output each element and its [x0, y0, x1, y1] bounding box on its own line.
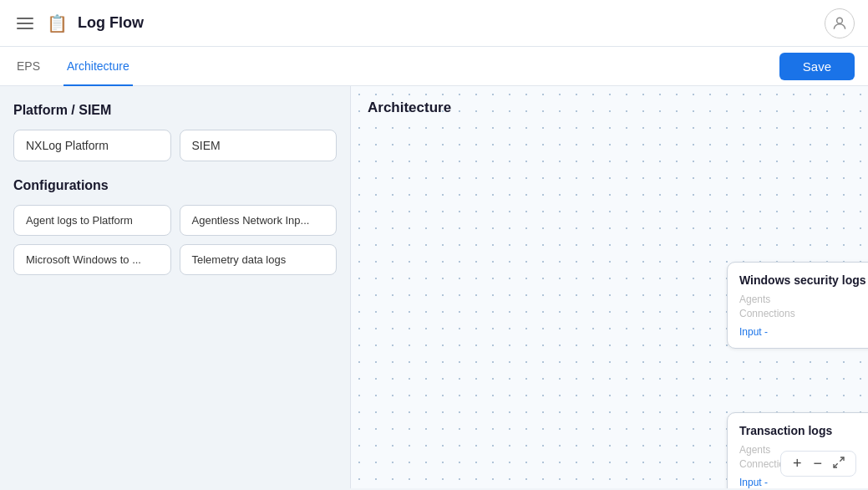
config-chip-agent-logs[interactable]: Agent logs to Platform: [13, 205, 171, 236]
tab-architecture[interactable]: Architecture: [63, 48, 133, 86]
node-transaction-agents-label: Agents: [739, 444, 770, 456]
platform-chip-siem[interactable]: SIEM: [180, 130, 338, 161]
canvas-title: Architecture: [368, 100, 451, 116]
app-icon: 📋: [47, 13, 68, 33]
node-windows-ports: Input - Output -: [739, 326, 868, 338]
left-panel: Platform / SIEM NXLog Platform SIEM Conf…: [0, 86, 351, 488]
svg-point-0: [837, 18, 843, 23]
zoom-plus-button[interactable]: +: [789, 455, 805, 472]
node-windows-security: Windows security logs Agents - Connectio…: [727, 262, 868, 349]
node-transaction-title: Transaction logs: [739, 424, 832, 437]
config-list: Agent logs to Platform Agentless Network…: [13, 205, 337, 275]
tab-bar: EPS Architecture Save: [0, 47, 868, 86]
app-title: Log Flow: [78, 14, 144, 32]
config-chip-telemetry[interactable]: Telemetry data logs: [180, 244, 338, 275]
platform-chips-row: NXLog Platform SIEM: [13, 130, 337, 161]
node-windows-input-port[interactable]: Input -: [739, 326, 768, 338]
node-windows-agents-label: Agents: [739, 293, 770, 305]
node-windows-header: Windows security logs: [739, 273, 868, 287]
config-chip-agentless[interactable]: Agentless Network Inp...: [180, 205, 338, 236]
zoom-controls: + −: [780, 451, 856, 477]
user-avatar[interactable]: [825, 8, 855, 38]
svg-line-13: [840, 457, 844, 462]
svg-line-14: [834, 463, 838, 467]
tab-eps[interactable]: EPS: [13, 48, 43, 86]
platform-chip-nxlog[interactable]: NXLog Platform: [13, 130, 171, 161]
node-transaction-input-port[interactable]: Input -: [739, 477, 768, 488]
node-windows-connections-row: Connections -: [739, 308, 868, 319]
node-windows-connections-label: Connections: [739, 308, 795, 319]
node-windows-agents-row: Agents -: [739, 293, 868, 305]
node-transaction-ports: Input - Output -: [739, 477, 868, 488]
zoom-expand-button[interactable]: [830, 456, 847, 472]
main-layout: Platform / SIEM NXLog Platform SIEM Conf…: [0, 86, 868, 488]
hamburger-menu[interactable]: [13, 14, 37, 33]
config-row-1: Agent logs to Platform Agentless Network…: [13, 205, 337, 236]
header-left: 📋 Log Flow: [13, 13, 144, 33]
save-button[interactable]: Save: [779, 53, 855, 80]
zoom-minus-button[interactable]: −: [810, 455, 825, 472]
node-windows-title: Windows security logs: [739, 273, 866, 287]
config-row-2: Microsoft Windows to ... Telemetry data …: [13, 244, 337, 275]
config-chip-microsoft[interactable]: Microsoft Windows to ...: [13, 244, 171, 275]
node-transaction-header: Transaction logs: [739, 423, 868, 437]
canvas-panel: Architecture Windows security logs Agent…: [351, 86, 868, 488]
config-section-title: Configurations: [13, 178, 337, 193]
header: 📋 Log Flow: [0, 0, 868, 47]
platform-section-title: Platform / SIEM: [13, 103, 337, 118]
